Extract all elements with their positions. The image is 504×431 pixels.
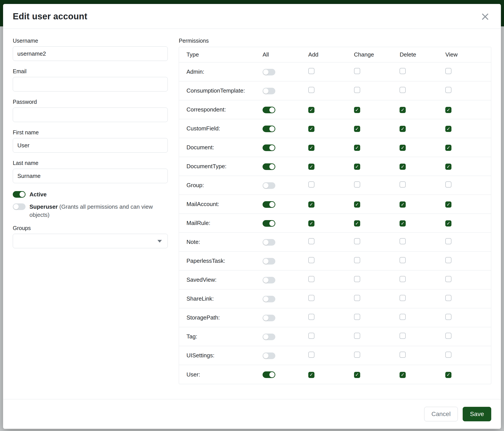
permission-view-checkbox[interactable] bbox=[445, 372, 451, 378]
permission-all-toggle[interactable] bbox=[262, 333, 275, 340]
permission-all-toggle[interactable] bbox=[262, 69, 275, 75]
permission-delete-checkbox[interactable] bbox=[400, 238, 406, 244]
permission-delete-checkbox[interactable] bbox=[400, 333, 406, 339]
permission-add-checkbox[interactable] bbox=[308, 257, 315, 263]
permission-view-checkbox[interactable] bbox=[445, 276, 451, 282]
groups-select[interactable] bbox=[13, 234, 168, 248]
superuser-toggle[interactable] bbox=[13, 203, 26, 210]
permission-view-checkbox[interactable] bbox=[445, 314, 451, 320]
permission-view-checkbox[interactable] bbox=[445, 201, 451, 207]
permission-change-checkbox[interactable] bbox=[354, 164, 360, 170]
permission-add-checkbox[interactable] bbox=[308, 126, 315, 132]
permission-view-checkbox[interactable] bbox=[445, 238, 451, 244]
permission-all-toggle[interactable] bbox=[262, 163, 275, 170]
permission-view-checkbox[interactable] bbox=[445, 145, 451, 151]
permission-add-checkbox[interactable] bbox=[308, 145, 315, 151]
permission-all-toggle[interactable] bbox=[262, 277, 275, 283]
permission-all-toggle[interactable] bbox=[262, 371, 275, 378]
save-button[interactable]: Save bbox=[463, 407, 491, 421]
permission-change-checkbox[interactable] bbox=[354, 107, 360, 113]
permission-change-checkbox[interactable] bbox=[354, 145, 360, 151]
permission-add-checkbox[interactable] bbox=[308, 220, 315, 226]
permission-all-toggle[interactable] bbox=[262, 220, 275, 227]
permission-view-checkbox[interactable] bbox=[445, 220, 451, 226]
permission-delete-checkbox[interactable] bbox=[400, 352, 406, 358]
permission-all-toggle[interactable] bbox=[262, 201, 275, 208]
permission-view-checkbox[interactable] bbox=[445, 333, 451, 339]
permission-view-checkbox[interactable] bbox=[445, 68, 451, 74]
username-input[interactable] bbox=[13, 46, 168, 61]
permission-view-checkbox[interactable] bbox=[445, 352, 451, 358]
permission-add-checkbox[interactable] bbox=[308, 87, 315, 93]
permission-change-checkbox[interactable] bbox=[354, 68, 360, 74]
permission-view-checkbox[interactable] bbox=[445, 257, 451, 263]
superuser-label: Superuser bbox=[29, 203, 58, 210]
permission-all-toggle[interactable] bbox=[262, 258, 275, 265]
permission-change-checkbox[interactable] bbox=[354, 314, 360, 320]
permission-all-toggle[interactable] bbox=[262, 107, 275, 113]
permission-add-checkbox[interactable] bbox=[308, 238, 315, 244]
permission-all-toggle[interactable] bbox=[262, 352, 275, 359]
permission-change-checkbox[interactable] bbox=[354, 201, 360, 207]
active-toggle[interactable] bbox=[13, 191, 26, 198]
permission-delete-checkbox[interactable] bbox=[400, 164, 406, 170]
permission-view-checkbox[interactable] bbox=[445, 295, 451, 301]
permission-delete-checkbox[interactable] bbox=[400, 145, 406, 151]
email-field[interactable] bbox=[13, 77, 168, 91]
password-label: Password bbox=[13, 99, 168, 105]
permission-change-checkbox[interactable] bbox=[354, 126, 360, 132]
permission-add-checkbox[interactable] bbox=[308, 295, 315, 301]
permission-all-toggle[interactable] bbox=[262, 315, 275, 321]
permission-all-toggle[interactable] bbox=[262, 239, 275, 246]
permission-delete-checkbox[interactable] bbox=[400, 257, 406, 263]
permission-view-checkbox[interactable] bbox=[445, 164, 451, 170]
permission-delete-checkbox[interactable] bbox=[400, 181, 406, 188]
permission-delete-checkbox[interactable] bbox=[400, 372, 406, 378]
permission-change-checkbox[interactable] bbox=[354, 276, 360, 282]
permission-view-checkbox[interactable] bbox=[445, 181, 451, 188]
permission-add-checkbox[interactable] bbox=[308, 107, 315, 113]
permission-delete-checkbox[interactable] bbox=[400, 201, 406, 207]
password-field[interactable] bbox=[13, 108, 168, 122]
permission-add-checkbox[interactable] bbox=[308, 372, 315, 378]
permission-all-toggle[interactable] bbox=[262, 88, 275, 94]
permission-delete-checkbox[interactable] bbox=[400, 314, 406, 320]
permission-type-label: ConsumptionTemplate: bbox=[179, 87, 262, 94]
cancel-button[interactable]: Cancel bbox=[424, 407, 458, 421]
close-icon[interactable]: × bbox=[479, 10, 491, 22]
permission-delete-checkbox[interactable] bbox=[400, 68, 406, 74]
permission-delete-checkbox[interactable] bbox=[400, 107, 406, 113]
permission-delete-checkbox[interactable] bbox=[400, 126, 406, 132]
permission-delete-checkbox[interactable] bbox=[400, 87, 406, 93]
permission-change-checkbox[interactable] bbox=[354, 181, 360, 188]
permission-change-checkbox[interactable] bbox=[354, 257, 360, 263]
permission-view-checkbox[interactable] bbox=[445, 87, 451, 93]
permission-add-checkbox[interactable] bbox=[308, 164, 315, 170]
permission-view-checkbox[interactable] bbox=[445, 107, 451, 113]
permission-change-checkbox[interactable] bbox=[354, 352, 360, 358]
permission-all-toggle[interactable] bbox=[262, 296, 275, 302]
permission-all-toggle[interactable] bbox=[262, 126, 275, 132]
permission-delete-checkbox[interactable] bbox=[400, 295, 406, 301]
permission-all-toggle[interactable] bbox=[262, 182, 275, 189]
permission-add-checkbox[interactable] bbox=[308, 276, 315, 282]
permission-add-checkbox[interactable] bbox=[308, 352, 315, 358]
permission-add-checkbox[interactable] bbox=[308, 201, 315, 207]
permission-change-checkbox[interactable] bbox=[354, 295, 360, 301]
permission-view-checkbox[interactable] bbox=[445, 126, 451, 132]
permission-delete-checkbox[interactable] bbox=[400, 220, 406, 226]
permission-add-checkbox[interactable] bbox=[308, 333, 315, 339]
permission-delete-checkbox[interactable] bbox=[400, 276, 406, 282]
permission-add-checkbox[interactable] bbox=[308, 314, 315, 320]
permission-row: User: bbox=[179, 365, 491, 384]
permission-all-toggle[interactable] bbox=[262, 144, 275, 151]
last-name-field[interactable] bbox=[13, 169, 168, 183]
first-name-field[interactable] bbox=[13, 138, 168, 153]
permission-add-checkbox[interactable] bbox=[308, 181, 315, 188]
permission-add-checkbox[interactable] bbox=[308, 68, 315, 74]
permission-change-checkbox[interactable] bbox=[354, 238, 360, 244]
permission-change-checkbox[interactable] bbox=[354, 87, 360, 93]
permission-change-checkbox[interactable] bbox=[354, 333, 360, 339]
permission-change-checkbox[interactable] bbox=[354, 372, 360, 378]
permission-change-checkbox[interactable] bbox=[354, 220, 360, 226]
